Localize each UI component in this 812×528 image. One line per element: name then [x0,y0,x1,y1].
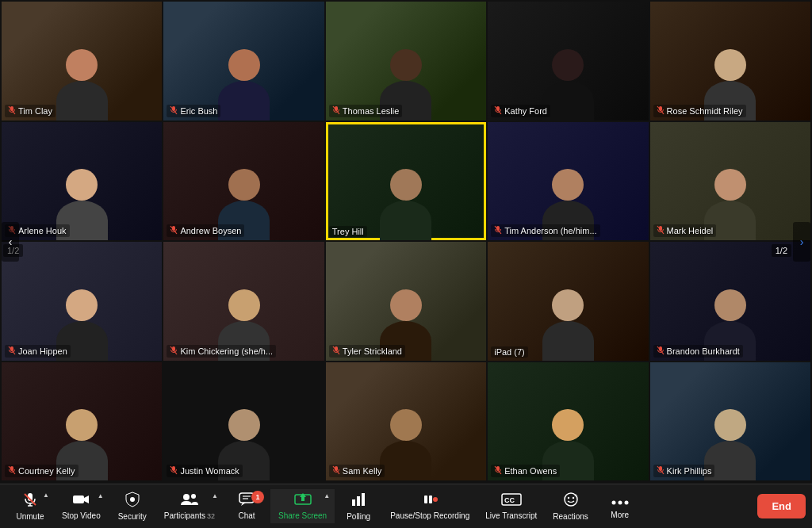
name-label-9: Tim Anderson (he/him... [491,224,599,237]
mic-muted-icon-11 [8,346,16,357]
polling-button[interactable]: Polling [335,488,382,524]
svg-marker-49 [84,495,89,503]
name-label-15: Brandon Burkhardt [653,345,743,358]
participants-count: 32 [207,512,215,520]
security-button[interactable]: Security [109,488,156,524]
video-cell-12[interactable]: Kim Chickering (she/h... [163,242,324,361]
security-icon [125,492,140,510]
video-cell-10[interactable]: Mark Heidel [650,122,810,241]
name-label-19: Ethan Owens [491,465,560,477]
svg-rect-60 [357,496,360,506]
video-cell-18[interactable]: Sam Kelly [326,362,486,481]
end-button[interactable]: End [757,494,806,518]
name-label-11: Joan Hippen [5,345,71,358]
participant-name-11: Joan Hippen [18,346,67,356]
participant-name-1: Tim Clay [18,106,52,116]
share-screen-button[interactable]: ▲ Share Screen [270,489,335,523]
svg-rect-61 [362,493,365,506]
video-cell-14[interactable]: iPad (7) [488,242,648,361]
name-label-14: iPad (7) [491,346,528,358]
video-cell-1[interactable]: Tim Clay [2,2,162,121]
name-label-20: Kirk Phillips [653,465,715,477]
video-cell-15[interactable]: Brandon Burkhardt [650,242,810,361]
video-cell-19[interactable]: Ethan Owens [488,362,648,481]
video-cell-13[interactable]: Tyler Strickland [326,242,486,361]
share-screen-chevron: ▲ [324,492,330,499]
cc-icon: CC [501,492,522,509]
reactions-label: Reactions [553,512,588,521]
more-button[interactable]: More [596,491,644,522]
live-transcript-button[interactable]: CC Live Transcript [477,489,545,523]
mic-muted-icon-7 [170,225,178,236]
svg-text:+: + [574,492,578,499]
name-label-1: Tim Clay [5,105,56,117]
pause-recording-label: Pause/Stop Recording [390,511,469,520]
svg-point-64 [433,497,438,502]
mic-muted-icon-19 [494,465,502,476]
video-grid: Tim ClayEric BushThomas LeslieKathy Ford… [0,0,812,484]
name-label-7: Andrew Boysen [167,224,244,237]
name-label-17: Justin Womack [167,465,242,477]
participant-name-17: Justin Womack [180,466,239,476]
video-cell-20[interactable]: Kirk Phillips [650,362,810,481]
svg-point-51 [183,494,190,500]
mic-muted-icon-3 [332,105,340,117]
video-cell-17[interactable]: Justin Womack [163,362,324,481]
reactions-button[interactable]: + Reactions [545,488,596,524]
mic-muted-icon-1 [8,105,16,117]
mic-muted-icon-18 [332,465,340,476]
mic-muted-icon-16 [8,465,16,476]
name-label-18: Sam Kelly [329,465,385,477]
unmute-chevron: ▲ [43,492,49,499]
svg-point-72 [618,500,622,504]
mic-muted-icon-10 [657,225,665,236]
participant-name-19: Ethan Owens [504,466,557,476]
mic-muted-icon-9 [494,225,502,236]
participant-name-6: Arlene Houk [18,226,67,235]
polling-icon [351,492,366,510]
stop-video-chevron: ▲ [98,492,104,499]
pause-recording-button[interactable]: Pause/Stop Recording [382,489,477,523]
participant-name-9: Tim Anderson (he/him... [504,226,596,235]
name-label-4: Kathy Ford [491,105,550,117]
participant-name-20: Kirk Phillips [667,466,712,476]
unmute-button[interactable]: ▲ Unmute [6,488,54,524]
video-cell-11[interactable]: Joan Hippen [2,242,162,361]
video-cell-16[interactable]: Courtney Kelly [2,362,162,481]
stop-video-button[interactable]: ▲ Stop Video [54,489,109,523]
participants-icon [180,492,199,509]
video-cell-6[interactable]: Arlene Houk [2,122,162,241]
video-cell-7[interactable]: Andrew Boysen [163,122,324,241]
share-screen-label: Share Screen [278,511,327,520]
participants-chevron: ▲ [212,492,218,499]
video-cell-3[interactable]: Thomas Leslie [326,2,486,121]
participant-name-2: Eric Bush [180,106,217,116]
svg-rect-63 [429,495,432,503]
chat-badge: 1 [251,491,264,503]
svg-rect-59 [352,499,355,506]
participant-name-15: Brandon Burkhardt [667,346,740,356]
svg-point-71 [611,500,615,504]
video-cell-4[interactable]: Kathy Ford [488,2,648,121]
svg-rect-62 [424,495,427,503]
mic-icon [22,492,38,510]
video-cell-5[interactable]: Rose Schmidt Riley [650,2,810,121]
participant-name-18: Sam Kelly [343,466,382,476]
svg-point-68 [567,497,569,499]
toolbar: ▲ Unmute ▲ Stop Video [0,484,812,528]
prev-page-button[interactable]: ‹ [2,222,19,262]
video-cell-2[interactable]: Eric Bush [163,2,324,121]
mic-muted-icon-2 [170,105,178,117]
live-transcript-label: Live Transcript [485,511,537,520]
participant-name-13: Tyler Strickland [343,346,402,356]
chat-button[interactable]: 1 Chat [223,489,270,523]
mic-muted-icon-15 [657,346,665,357]
video-cell-8[interactable]: Trey Hill [326,122,486,241]
toolbar-items: ▲ Unmute ▲ Stop Video [6,488,751,524]
name-label-3: Thomas Leslie [329,105,403,117]
participants-button[interactable]: ▲ Participants 32 [156,489,223,523]
participant-name-3: Thomas Leslie [343,106,400,116]
next-page-button[interactable]: › [793,222,810,262]
name-label-13: Tyler Strickland [329,345,405,358]
video-cell-9[interactable]: Tim Anderson (he/him... [488,122,648,241]
